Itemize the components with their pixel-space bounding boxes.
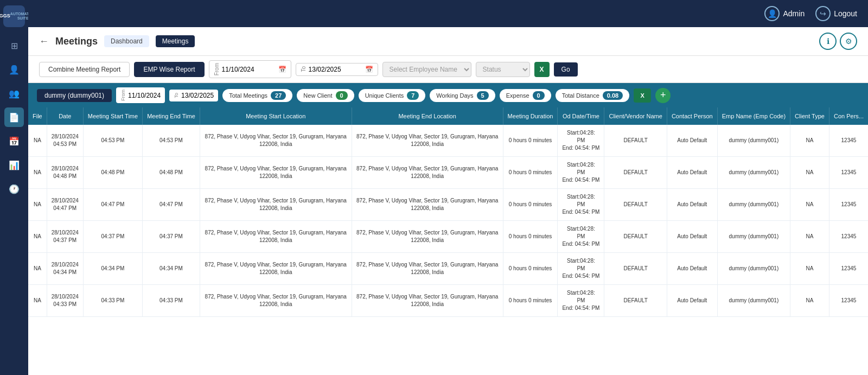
from-date-input[interactable]: [222, 66, 276, 73]
table-cell: NA: [28, 157, 47, 189]
expense-value: 0: [533, 91, 545, 100]
table-cell: 872, Phase V, Udyog Vihar, Sector 19, Gu…: [200, 125, 352, 157]
table-cell: 04:34 PM: [83, 253, 142, 285]
admin-user: 👤 Admin: [764, 6, 805, 21]
table-cell: Auto Default: [667, 221, 717, 253]
unique-clients-badge: Unique Clients 7: [359, 89, 426, 102]
table-cell: 04:37 PM: [143, 221, 200, 253]
col-contact-person: Contact Person: [667, 107, 717, 125]
table-cell: DEFAULT: [604, 221, 667, 253]
table-cell: 04:48 PM: [143, 157, 200, 189]
app-logo: NYGGS AUTOMATION SUITE: [3, 5, 25, 27]
back-button[interactable]: ←: [39, 36, 49, 47]
table-cell: 872, Phase V, Udyog Vihar, Sector 19, Gu…: [352, 285, 503, 317]
stats-from-date: From 11/10/2024: [116, 87, 165, 103]
table-cell: NA: [790, 189, 829, 221]
excel-export-button[interactable]: X: [534, 62, 550, 77]
to-date-input[interactable]: [309, 66, 363, 73]
table-cell: Start:04:28: PMEnd: 04:54: PM: [558, 285, 604, 317]
table-cell: 04:33 PM: [83, 285, 142, 317]
table-cell: 872, Phase V, Udyog Vihar, Sector 19, Gu…: [352, 125, 503, 157]
status-select[interactable]: Status: [476, 62, 530, 77]
stats-excel-button[interactable]: X: [634, 88, 651, 103]
sidebar-item-clock[interactable]: 🕐: [4, 179, 24, 199]
calendar-icon: 📅: [278, 66, 286, 73]
table-row: NA28/10/202404:33 PM04:33 PM04:33 PM872,…: [28, 285, 868, 317]
table-cell: 12345: [829, 157, 868, 189]
settings-icon-button[interactable]: ⚙: [840, 33, 857, 50]
sidebar-item-people[interactable]: 👥: [4, 84, 24, 103]
table-cell: Auto Default: [667, 157, 717, 189]
table-cell: Auto Default: [667, 285, 717, 317]
breadcrumb-meetings[interactable]: Meetings: [156, 35, 195, 47]
table-cell: 12345: [829, 125, 868, 157]
topbar: 👤 Admin ↪ Logout: [28, 0, 868, 27]
new-client-badge: New Client 0: [297, 89, 354, 102]
from-label: From: [214, 63, 220, 75]
table-cell: 04:48 PM: [83, 157, 142, 189]
table-body: NA28/10/202404:53 PM04:53 PM04:53 PM872,…: [28, 125, 868, 317]
sidebar-item-person[interactable]: 👤: [4, 60, 24, 79]
stats-row: dummy (dummy001) From 11/10/2024 To 13/0…: [28, 83, 868, 107]
expense-badge: Expense 0: [500, 89, 551, 102]
combine-report-button[interactable]: Combine Meeting Report: [39, 62, 130, 77]
table-cell: Start:04:28: PMEnd: 04:54: PM: [558, 125, 604, 157]
table-cell: 04:53 PM: [83, 125, 142, 157]
employee-select[interactable]: Select Employee Name: [382, 62, 471, 77]
col-start-time: Meeting Start Time: [83, 107, 142, 125]
stats-to-date-value: 13/02/2025: [181, 92, 214, 99]
col-end-location: Meeting End Location: [352, 107, 503, 125]
expense-label: Expense: [506, 92, 529, 99]
to-label: To: [301, 66, 307, 72]
table-cell: 0 hours 0 minutes: [503, 221, 558, 253]
table-cell: Start:04:28: PMEnd: 04:54: PM: [558, 157, 604, 189]
calendar-to-icon: 📅: [365, 66, 373, 73]
go-button[interactable]: Go: [554, 62, 578, 77]
table-row: NA28/10/202404:47 PM04:47 PM04:47 PM872,…: [28, 189, 868, 221]
to-date-wrap: To 📅: [296, 63, 378, 76]
table-cell: 872, Phase V, Udyog Vihar, Sector 19, Gu…: [200, 221, 352, 253]
table-cell: 28/10/202404:37 PM: [47, 221, 83, 253]
table-cell: DEFAULT: [604, 253, 667, 285]
table-cell: NA: [790, 157, 829, 189]
logout-button[interactable]: ↪ Logout: [815, 6, 857, 21]
total-meetings-badge: Total Meetings 27: [222, 89, 292, 102]
table-cell: NA: [28, 221, 47, 253]
table-cell: 28/10/202404:34 PM: [47, 253, 83, 285]
table-cell: dummy (dummy001): [717, 125, 790, 157]
col-con-pers: Con Pers...: [829, 107, 868, 125]
add-meeting-button[interactable]: +: [655, 88, 671, 103]
unique-clients-value: 7: [407, 91, 419, 100]
table-cell: 28/10/202404:53 PM: [47, 125, 83, 157]
table-cell: dummy (dummy001): [717, 189, 790, 221]
table-cell: NA: [790, 285, 829, 317]
sidebar-item-documents[interactable]: 📄: [4, 107, 24, 127]
table-cell: 0 hours 0 minutes: [503, 253, 558, 285]
table-cell: 0 hours 0 minutes: [503, 189, 558, 221]
table-cell: 0 hours 0 minutes: [503, 125, 558, 157]
col-date: Date: [47, 107, 83, 125]
col-duration: Meeting Duration: [503, 107, 558, 125]
info-icon-button[interactable]: ℹ: [819, 33, 837, 50]
page-icons: ℹ ⚙: [819, 33, 857, 50]
table-cell: 872, Phase V, Udyog Vihar, Sector 19, Gu…: [200, 253, 352, 285]
stats-from-date-value: 11/10/2024: [128, 92, 161, 99]
table-cell: DEFAULT: [604, 285, 667, 317]
emp-wise-report-button[interactable]: EMP Wise Report: [134, 62, 204, 77]
table-header-row: File Date Meeting Start Time Meeting End…: [28, 107, 868, 125]
table-cell: 0 hours 0 minutes: [503, 157, 558, 189]
admin-label: Admin: [783, 9, 805, 18]
sidebar-item-chart[interactable]: 📊: [4, 155, 24, 175]
meetings-table: File Date Meeting Start Time Meeting End…: [28, 107, 868, 317]
total-distance-badge: Total Distance 0.08: [556, 89, 630, 102]
table-cell: 04:47 PM: [83, 189, 142, 221]
col-end-time: Meeting End Time: [143, 107, 200, 125]
col-client-vendor: Client/Vendor Name: [604, 107, 667, 125]
table-cell: DEFAULT: [604, 189, 667, 221]
sidebar-item-calendar[interactable]: 📅: [4, 131, 24, 151]
page-title: Meetings: [55, 36, 98, 47]
logout-label: Logout: [834, 9, 857, 18]
table-cell: 12345: [829, 221, 868, 253]
breadcrumb-dashboard[interactable]: Dashboard: [104, 35, 149, 47]
sidebar-item-dashboard[interactable]: ⊞: [4, 36, 24, 55]
